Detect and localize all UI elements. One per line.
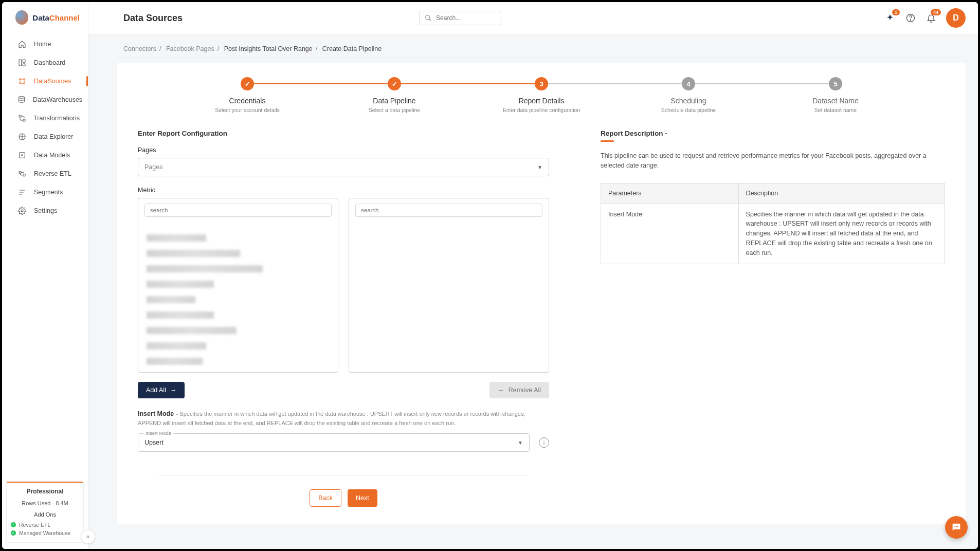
list-item[interactable] xyxy=(147,311,214,319)
svg-point-16 xyxy=(426,15,430,20)
svg-point-18 xyxy=(910,20,911,21)
list-item[interactable] xyxy=(147,250,240,257)
reverseetl-icon xyxy=(17,169,27,178)
check-icon: ✓ xyxy=(241,77,254,90)
svg-point-15 xyxy=(21,210,23,212)
step-credentials[interactable]: ✓ Credentials Select your account detail… xyxy=(174,77,321,113)
svg-point-21 xyxy=(957,526,958,527)
add-all-button[interactable]: Add All → xyxy=(138,382,185,398)
back-button[interactable]: Back xyxy=(310,489,341,507)
list-item[interactable] xyxy=(147,296,195,303)
nav-datamodels[interactable]: Data Models xyxy=(2,146,88,164)
sparkle-button[interactable]: 1 xyxy=(884,12,896,24)
selected-list xyxy=(349,198,549,373)
svg-rect-9 xyxy=(23,119,25,121)
breadcrumb-facebook-pages[interactable]: Facebook Pages xyxy=(166,45,214,52)
list-item[interactable] xyxy=(147,281,214,288)
remove-all-button[interactable]: ← Remove All xyxy=(489,382,549,398)
breadcrumb-create[interactable]: Create Data Pipeline xyxy=(322,45,382,52)
step-datapipeline[interactable]: ✓ Data Pipeline Select a data pipeline xyxy=(321,77,468,113)
check-icon: ✓ xyxy=(11,522,16,527)
plan-name: Professional xyxy=(11,488,79,495)
list-item[interactable] xyxy=(147,358,203,365)
pages-select[interactable]: Pages ▼ xyxy=(138,158,549,176)
list-item[interactable] xyxy=(147,327,237,334)
arrow-left-icon: ← xyxy=(498,387,504,394)
step-datasetname[interactable]: 5 Dataset Name Set dataset name xyxy=(762,77,909,113)
available-search[interactable] xyxy=(144,204,332,217)
search-box[interactable] xyxy=(419,11,501,25)
selected-search[interactable] xyxy=(355,204,542,217)
nav-transformations[interactable]: Transformations xyxy=(2,109,88,127)
chat-icon xyxy=(951,522,962,533)
breadcrumb-connectors[interactable]: Connectors xyxy=(123,45,156,52)
logo-text: DataChannel xyxy=(32,13,80,22)
avatar[interactable]: D xyxy=(946,8,966,28)
nav-reverseetl[interactable]: Reverse ETL xyxy=(2,164,88,183)
svg-rect-0 xyxy=(19,60,22,66)
th-parameters: Parameters xyxy=(601,183,739,203)
sidebar-collapse-button[interactable]: « xyxy=(81,529,95,544)
nav-home[interactable]: Home xyxy=(2,35,88,53)
page-title: Data Sources xyxy=(123,13,183,24)
explorer-icon xyxy=(17,132,27,141)
list-item[interactable] xyxy=(147,234,206,242)
svg-rect-13 xyxy=(19,171,21,173)
segments-icon xyxy=(17,188,27,197)
nav-datawarehouses[interactable]: DataWarehouses xyxy=(2,90,88,109)
chat-fab[interactable] xyxy=(945,516,968,539)
svg-point-7 xyxy=(19,96,25,98)
gear-icon xyxy=(17,206,27,215)
nav-settings[interactable]: Settings xyxy=(2,201,88,220)
insert-mode-help: - Specifies the manner in which data wil… xyxy=(138,411,525,426)
param-desc: Specifies the manner in which data will … xyxy=(738,203,945,264)
chevron-left-icon: « xyxy=(86,533,90,540)
plan-rows: Rows Used - 8.4M xyxy=(11,500,79,506)
list-item[interactable] xyxy=(147,342,206,350)
nav: Home Dashboard DataSources DataWarehouse… xyxy=(2,35,88,477)
step-reportdetails[interactable]: 3 Report Details Enter data pipeline con… xyxy=(468,77,615,113)
check-icon: ✓ xyxy=(11,530,16,536)
pages-label: Pages xyxy=(138,146,549,154)
svg-point-12 xyxy=(22,155,23,156)
title-underline xyxy=(601,140,614,142)
report-description-title: Report Description - xyxy=(601,130,945,137)
datasources-icon xyxy=(17,77,27,86)
pipeline-card: ✓ Credentials Select your account detail… xyxy=(117,63,966,524)
plan-card: Professional Rows Used - 8.4M Add Ons ✓R… xyxy=(6,482,84,543)
warehouse-icon xyxy=(17,95,26,104)
home-icon xyxy=(17,40,27,49)
next-button[interactable]: Next xyxy=(348,489,377,507)
section-title: Enter Report Configuration xyxy=(138,130,549,137)
th-description: Description xyxy=(738,183,945,203)
nav-datasources[interactable]: DataSources xyxy=(2,72,88,90)
nav-segments[interactable]: Segments xyxy=(2,183,88,201)
logo[interactable]: DataChannel xyxy=(2,2,88,35)
svg-point-4 xyxy=(24,79,25,80)
dashboard-icon xyxy=(17,58,27,67)
insert-mode-label: Insert Mode xyxy=(138,410,174,417)
svg-point-19 xyxy=(954,526,955,527)
svg-rect-8 xyxy=(19,115,21,117)
help-button[interactable] xyxy=(905,12,916,24)
metric-dual-list xyxy=(138,198,549,373)
bell-badge: 44 xyxy=(931,9,941,15)
breadcrumb-report[interactable]: Post Insights Total Over Range xyxy=(224,45,313,52)
search-icon xyxy=(425,14,432,22)
report-description-text: This pipeline can be used to request and… xyxy=(601,151,945,171)
step-scheduling[interactable]: 4 Scheduling Schedule data pipeline xyxy=(615,77,762,113)
info-icon[interactable]: i xyxy=(539,437,549,448)
list-item[interactable] xyxy=(147,265,263,272)
available-list xyxy=(138,198,338,373)
selected-items[interactable] xyxy=(349,222,549,232)
nav-dashboard[interactable]: Dashboard xyxy=(2,53,88,72)
chevron-down-icon: ▼ xyxy=(518,440,523,446)
available-items[interactable] xyxy=(138,222,338,366)
bell-button[interactable]: 44 xyxy=(925,12,937,24)
breadcrumb: Connectors/ Facebook Pages/ Post Insight… xyxy=(117,34,966,63)
table-row: Insert Mode Specifies the manner in whic… xyxy=(601,203,945,264)
search-input[interactable] xyxy=(436,14,496,22)
nav-dataexplorer[interactable]: Data Explorer xyxy=(2,127,88,146)
insert-mode-select[interactable]: Insert Mode Upsert ▼ xyxy=(138,433,530,452)
svg-rect-14 xyxy=(23,174,25,176)
